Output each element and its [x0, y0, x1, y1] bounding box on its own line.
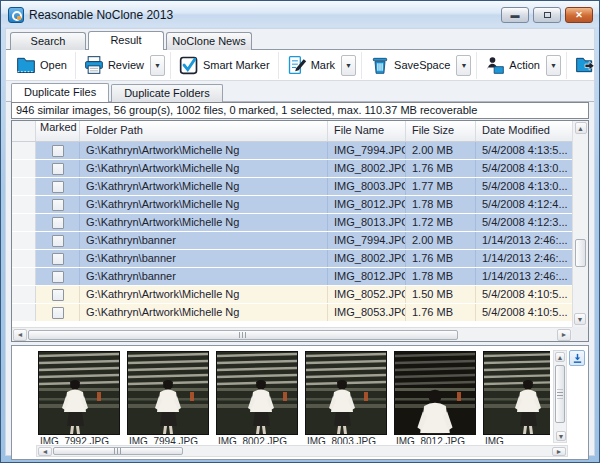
toolbar-dropdown-mark[interactable]: ▼	[341, 55, 356, 76]
thumbnail[interactable]: IMG	[483, 351, 550, 444]
thumbnail-image[interactable]	[38, 351, 120, 435]
app-window: Reasonable NoClone 2013 ▬ ✕ Search Resul…	[0, 0, 600, 463]
thumbnail-image[interactable]	[394, 351, 476, 435]
table-row[interactable]: G:\Kathryn\bannerIMG_7994.JPG2.00 MB1/14…	[12, 232, 572, 250]
marked-checkbox[interactable]	[52, 181, 64, 193]
scroll-left-arrow-icon[interactable]: ◄	[38, 447, 52, 456]
table-row[interactable]: G:\Kathryn\Artwork\Michelle NgIMG_8012.J…	[12, 196, 572, 214]
column-header-rowselector[interactable]	[12, 121, 36, 141]
column-header-file-name[interactable]: File Name	[328, 121, 406, 141]
row-selector-cell[interactable]	[12, 178, 36, 195]
file-size-cell: 1.78 MB	[406, 268, 476, 285]
toolbar-button-review[interactable]: Review	[81, 53, 147, 77]
thumbnail[interactable]: IMG_8002.JPG	[216, 351, 298, 444]
marked-checkbox[interactable]	[52, 145, 64, 157]
window-title: Reasonable NoClone 2013	[29, 8, 173, 22]
row-selector-cell[interactable]	[12, 142, 36, 159]
row-selector-cell[interactable]	[12, 232, 36, 249]
row-selector-cell[interactable]	[12, 250, 36, 267]
subtab-duplicate-files[interactable]: Duplicate Files	[11, 83, 109, 102]
column-header-marked[interactable]: Marked	[36, 121, 80, 141]
save-image-button[interactable]	[569, 350, 585, 366]
thumbnail-vertical-scrollbar[interactable]: ▲ ▼	[553, 350, 567, 443]
toolbar-button-smart-marker[interactable]: Smart Marker	[176, 53, 273, 77]
row-selector-cell[interactable]	[12, 214, 36, 231]
tab-search[interactable]: Search	[10, 32, 86, 50]
thumbnail[interactable]: IMG_8012.JPG	[394, 351, 476, 444]
thumbnail[interactable]: IMG_8003.JPG	[305, 351, 387, 444]
file-size-cell: 1.76 MB	[406, 250, 476, 267]
toolbar-button-label: Mark	[311, 59, 335, 71]
table-row[interactable]: G:\Kathryn\Artwork\Michelle NgIMG_8052.J…	[12, 286, 572, 304]
marked-checkbox[interactable]	[52, 217, 64, 229]
toolbar-button-open[interactable]: Open	[13, 53, 70, 77]
scroll-down-arrow-icon[interactable]: ▼	[556, 431, 566, 441]
marked-checkbox[interactable]	[52, 253, 64, 265]
row-selector-cell[interactable]	[12, 304, 36, 321]
vertical-scroll-thumb[interactable]	[555, 365, 565, 423]
thumbnail[interactable]: IMG_7994.JPG	[127, 351, 209, 444]
column-header-date-modified[interactable]: Date Modified	[476, 121, 572, 141]
scroll-left-arrow-icon[interactable]: ◄	[13, 329, 27, 341]
thumbnail-image[interactable]	[305, 351, 387, 435]
thumbnail-label: IMG_8003.JPG	[305, 436, 387, 444]
scroll-up-arrow-icon[interactable]: ▲	[575, 122, 587, 134]
scroll-down-arrow-icon[interactable]: ▼	[574, 313, 586, 325]
table-row[interactable]: G:\Kathryn\Artwork\Michelle NgIMG_8053.J…	[12, 304, 572, 322]
folder-path-cell: G:\Kathryn\Artwork\Michelle Ng	[80, 178, 328, 195]
vertical-scroll-thumb[interactable]	[575, 239, 586, 267]
toolbar-button-mark[interactable]: Mark	[284, 53, 338, 77]
row-selector-cell[interactable]	[12, 286, 36, 303]
maximize-button[interactable]	[533, 7, 561, 23]
title-bar[interactable]: Reasonable NoClone 2013 ▬ ✕	[1, 1, 599, 27]
row-selector-cell[interactable]	[12, 196, 36, 213]
thumbnail-image[interactable]	[483, 351, 550, 435]
toolbar-button-action[interactable]: Action	[482, 53, 543, 77]
scroll-right-arrow-icon[interactable]: ►	[552, 447, 566, 456]
row-selector-cell[interactable]	[12, 268, 36, 285]
row-selector-cell[interactable]	[12, 160, 36, 177]
toolbar-button-export[interactable]: Export	[572, 53, 600, 77]
column-header-folder-path[interactable]: Folder Path	[80, 121, 328, 141]
thumbnail-image[interactable]	[216, 351, 298, 435]
thumbnail-image[interactable]	[127, 351, 209, 435]
marked-checkbox[interactable]	[52, 235, 64, 247]
thumbnail[interactable]: IMG_7992.JPG	[38, 351, 120, 444]
marked-checkbox[interactable]	[52, 199, 64, 211]
horizontal-scroll-thumb[interactable]	[53, 447, 183, 455]
marked-checkbox[interactable]	[52, 163, 64, 175]
horizontal-scroll-thumb[interactable]	[28, 330, 458, 340]
date-modified-cell: 1/14/2013 2:46:...	[476, 250, 572, 267]
marked-checkbox[interactable]	[52, 289, 64, 301]
folder-path-cell: G:\Kathryn\Artwork\Michelle Ng	[80, 214, 328, 231]
folder-path-cell: G:\Kathryn\banner	[80, 232, 328, 249]
subtab-duplicate-folders[interactable]: Duplicate Folders	[111, 84, 223, 102]
column-header-file-size[interactable]: File Size	[406, 121, 476, 141]
toolbar-button-savespace[interactable]: SaveSpace	[367, 53, 453, 77]
date-modified-cell: 5/4/2008 4:12:3...	[476, 214, 572, 231]
table-row[interactable]: G:\Kathryn\Artwork\Michelle NgIMG_7994.J…	[12, 142, 572, 160]
minimize-button[interactable]: ▬	[501, 7, 529, 23]
table-row[interactable]: G:\Kathryn\Artwork\Michelle NgIMG_8002.J…	[12, 160, 572, 178]
scroll-up-arrow-icon[interactable]: ▲	[555, 352, 565, 362]
toolbar-dropdown-review[interactable]: ▼	[150, 55, 165, 76]
toolbar-group-review: Review▼	[76, 52, 171, 79]
close-button[interactable]: ✕	[565, 7, 593, 23]
app-icon	[8, 7, 24, 23]
date-modified-cell: 5/4/2008 4:12:4...	[476, 196, 572, 213]
table-vertical-scrollbar[interactable]: ▲ ▼	[572, 121, 588, 327]
toolbar-dropdown-savespace[interactable]: ▼	[456, 55, 471, 76]
table-row[interactable]: G:\Kathryn\bannerIMG_8002.JPG1.76 MB1/14…	[12, 250, 572, 268]
thumbnail-horizontal-scrollbar[interactable]: ◄ ►	[36, 445, 568, 457]
tab-noclone-news[interactable]: NoClone News	[166, 32, 252, 50]
toolbar-dropdown-action[interactable]: ▼	[546, 55, 561, 76]
table-row[interactable]: G:\Kathryn\Artwork\Michelle NgIMG_8013.J…	[12, 214, 572, 232]
toolbar-button-label: Open	[40, 59, 67, 71]
scroll-right-arrow-icon[interactable]: ►	[557, 329, 571, 341]
table-row[interactable]: G:\Kathryn\Artwork\Michelle NgIMG_8003.J…	[12, 178, 572, 196]
marked-checkbox[interactable]	[52, 271, 64, 283]
marked-checkbox[interactable]	[52, 307, 64, 319]
tab-result[interactable]: Result	[88, 31, 164, 50]
table-horizontal-scrollbar[interactable]: ◄ ►	[12, 327, 572, 341]
table-row[interactable]: G:\Kathryn\bannerIMG_8012.JPG1.78 MB1/14…	[12, 268, 572, 286]
